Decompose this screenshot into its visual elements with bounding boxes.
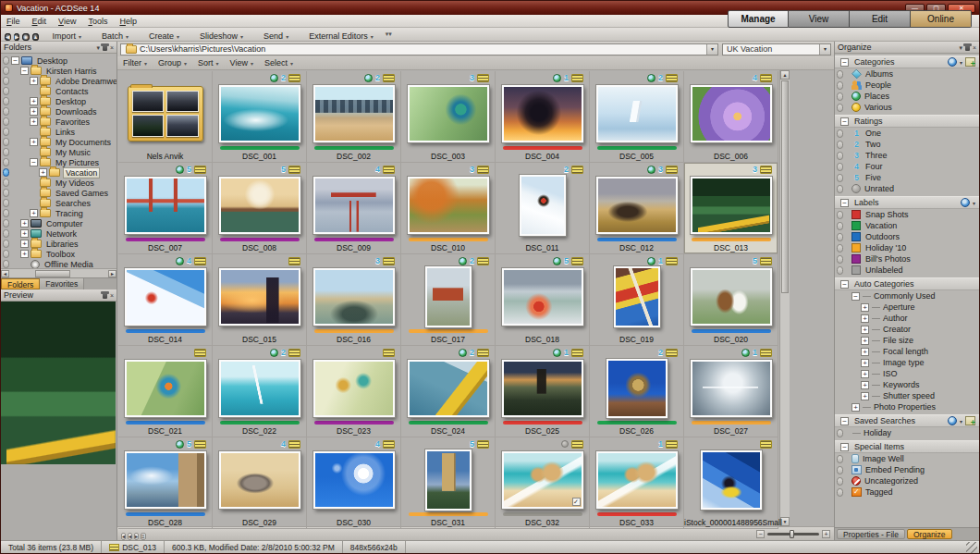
thumbnail-cell[interactable]: 2DSC_005 xyxy=(590,71,684,163)
collapse-icon[interactable] xyxy=(20,67,29,75)
collapse-icon[interactable] xyxy=(840,280,849,289)
thumbnail-cell[interactable]: 1DSC_019 xyxy=(590,254,684,346)
organize-item-photo-properties[interactable]: Photo Properties xyxy=(835,401,979,412)
expand-icon[interactable] xyxy=(861,370,869,378)
tab-folders[interactable]: Folders xyxy=(1,278,40,289)
more-button[interactable]: ≡ xyxy=(141,533,146,540)
organize-item-snap-shots[interactable]: Snap Shots xyxy=(835,209,979,220)
expand-icon[interactable] xyxy=(39,168,47,177)
gear-icon[interactable] xyxy=(948,416,957,425)
expand-icon[interactable] xyxy=(861,326,869,334)
tab-online[interactable]: Online xyxy=(911,10,972,28)
tree-item-saved-games[interactable]: Saved Games xyxy=(1,188,116,198)
quick-select-toggle[interactable] xyxy=(3,77,9,85)
organize-item-commonly-used[interactable]: Commonly Used xyxy=(835,290,979,302)
panel-close-icon[interactable]: × xyxy=(110,43,114,52)
quick-select-toggle[interactable] xyxy=(3,67,9,75)
expand-icon[interactable] xyxy=(30,97,38,105)
path-dropdown-icon[interactable]: ▾ xyxy=(706,44,717,55)
tree-item-network[interactable]: Network xyxy=(1,228,116,239)
thumbnail-cell[interactable]: 4DSC_030 xyxy=(307,437,401,529)
tree-item-kirsten-harris[interactable]: Kirsten Harris xyxy=(1,66,116,76)
organize-item-one[interactable]: 1One xyxy=(835,128,979,139)
toolbar-overflow-icon[interactable]: ▾▾ xyxy=(386,31,392,38)
thumbnail-cell[interactable]: 3DSC_010 xyxy=(401,163,496,254)
thumbnail-cell[interactable]: Nels Anvik xyxy=(118,71,213,163)
add-icon[interactable] xyxy=(965,57,975,67)
quick-select-toggle[interactable] xyxy=(837,233,843,241)
thumbnail-cell[interactable]: 1DSC_004 xyxy=(496,71,590,163)
expand-icon[interactable] xyxy=(30,77,38,85)
quick-select-toggle[interactable] xyxy=(837,104,843,112)
thumbnail-cell[interactable]: ✓DSC_032 xyxy=(496,437,590,529)
filterbar-select-button[interactable]: Select xyxy=(264,58,293,68)
thumbnail-cell[interactable]: 1DSC_033 xyxy=(590,437,684,529)
panel-menu-icon[interactable]: ▾ xyxy=(96,43,100,52)
tree-item-my-documents[interactable]: My Documents xyxy=(1,137,116,147)
thumbnail-cell[interactable]: 5DSC_007 xyxy=(118,163,213,254)
thumbnail-cell[interactable]: 2DSC_022 xyxy=(213,346,307,437)
tab-organize[interactable]: Organize xyxy=(907,529,952,539)
organize-item-holiday[interactable]: Holiday xyxy=(835,427,979,438)
toolbar-create-button[interactable]: Create xyxy=(149,31,179,41)
organize-item-bill-s-photos[interactable]: Bill's Photos xyxy=(835,253,979,265)
menu-help[interactable]: Help xyxy=(119,17,137,26)
quick-select-toggle[interactable] xyxy=(3,240,9,248)
thumbnail-cell[interactable]: 1DSC_027 xyxy=(684,346,778,437)
toolbar-slideshow-button[interactable]: Slideshow xyxy=(200,31,243,41)
quick-select-toggle[interactable] xyxy=(3,250,9,258)
tree-item-my-music[interactable]: My Music xyxy=(1,147,116,157)
collapse-icon[interactable] xyxy=(840,117,849,126)
organize-item-author[interactable]: Author xyxy=(835,313,979,324)
quick-select-toggle[interactable] xyxy=(837,222,843,230)
quick-select-toggle[interactable] xyxy=(837,152,843,160)
collapse-icon[interactable] xyxy=(840,417,849,425)
filterbar-sort-button[interactable]: Sort xyxy=(198,58,219,68)
tab-manage[interactable]: Manage xyxy=(728,10,789,28)
toolbar-import-button[interactable]: Import xyxy=(52,31,81,41)
gear-icon[interactable] xyxy=(948,57,957,67)
filterbar-view-button[interactable]: View xyxy=(230,58,253,68)
section-header-labels[interactable]: Labels▾ xyxy=(835,196,979,209)
organize-item-albums[interactable]: Albums xyxy=(835,68,979,80)
organize-item-people[interactable]: People xyxy=(835,80,979,91)
expand-icon[interactable] xyxy=(861,337,869,345)
organize-item-unrated[interactable]: Unrated xyxy=(835,183,979,194)
expand-icon[interactable] xyxy=(30,117,38,126)
tab-view[interactable]: View xyxy=(789,10,850,28)
path-combo[interactable]: C:\Users\kharris\Pictures\Vacation ▾ xyxy=(120,43,718,55)
expand-icon[interactable] xyxy=(861,303,869,312)
folder-tree-hscrollbar[interactable]: ◄ ► xyxy=(1,268,116,277)
quick-select-toggle[interactable] xyxy=(837,70,843,79)
pin-icon[interactable] xyxy=(965,43,970,51)
quick-select-toggle[interactable] xyxy=(3,199,9,207)
tab-properties-file[interactable]: Properties - File xyxy=(837,529,905,539)
tree-item-my-pictures[interactable]: My Pictures xyxy=(1,157,116,167)
tree-item-tracing[interactable]: Tracing xyxy=(1,208,116,218)
thumbnail-cell[interactable]: 1DSC_025 xyxy=(496,346,590,437)
filterbar-group-button[interactable]: Group xyxy=(158,58,187,68)
panel-menu-icon[interactable]: ▾ xyxy=(959,43,962,52)
thumbnail-cell[interactable]: 2DSC_017 xyxy=(401,254,496,346)
thumbnail-cell[interactable]: DSC_023 xyxy=(307,346,401,437)
grid-vscrollbar[interactable]: ▲ ▼ xyxy=(779,70,790,526)
expand-icon[interactable] xyxy=(861,392,869,400)
quick-select-toggle[interactable] xyxy=(837,244,843,252)
tree-item-adobe-dreamweaver-cs5[interactable]: Adobe Dreamweaver CS5 xyxy=(1,76,116,86)
quick-select-toggle[interactable] xyxy=(3,97,9,105)
section-header-saved-searches[interactable]: Saved Searches▾ xyxy=(835,414,979,427)
zoom-slider-thumb[interactable] xyxy=(790,530,794,538)
resize-grip[interactable] xyxy=(966,542,977,553)
quick-search-box[interactable]: UK Vacation ▾ xyxy=(722,43,831,55)
thumbnail-cell[interactable]: 2DSC_024 xyxy=(401,346,496,437)
back-button[interactable]: ◂ xyxy=(121,533,126,540)
organize-item-iso[interactable]: ISO xyxy=(835,368,979,379)
organize-item-vacation[interactable]: Vacation xyxy=(835,220,979,231)
quick-select-toggle[interactable] xyxy=(837,488,843,497)
tree-item-desktop[interactable]: Desktop xyxy=(1,96,116,106)
tree-item-offline-media[interactable]: Offline Media xyxy=(1,259,116,268)
quick-select-toggle[interactable] xyxy=(3,117,9,126)
quick-select-toggle[interactable] xyxy=(3,87,9,95)
quick-select-toggle[interactable] xyxy=(3,148,9,156)
expand-icon[interactable] xyxy=(20,229,29,238)
